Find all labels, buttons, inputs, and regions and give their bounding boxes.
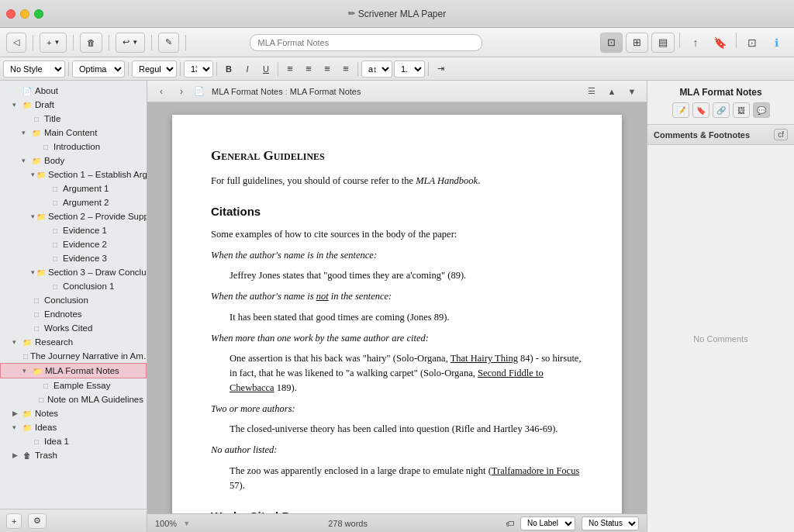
sidebar-item-evidence2[interactable]: □ Evidence 2 xyxy=(0,237,147,251)
undo-button[interactable]: ↩ ▼ xyxy=(116,33,145,53)
status-select[interactable]: No Status xyxy=(582,516,639,530)
sidebar-item-main-content[interactable]: ▾ 📁 Main Content xyxy=(0,126,147,140)
sidebar-add-button[interactable]: + xyxy=(6,513,22,529)
sidebar-item-idea1[interactable]: □ Idea 1 xyxy=(0,434,147,448)
doc-right-buttons: ☰ ▲ ▼ xyxy=(583,84,640,99)
fmt-sep-6 xyxy=(357,62,358,76)
edit-button[interactable]: ✎ xyxy=(158,33,179,53)
bookmark-button[interactable]: 🔖 xyxy=(709,33,731,53)
sidebar-item-section1[interactable]: ▾ 📁 Section 1 – Establish Argu… xyxy=(0,168,147,181)
sidebar-settings-button[interactable]: ⚙ xyxy=(28,513,47,529)
inspector-tab-bookmark[interactable]: 🔖 xyxy=(692,102,709,118)
inspector-content: No Comments xyxy=(647,145,794,532)
align-right-button[interactable]: ≡ xyxy=(319,60,336,78)
sidebar-item-evidence3[interactable]: □ Evidence 3 xyxy=(0,251,147,265)
inspector-tab-comment[interactable]: 💬 xyxy=(753,102,770,118)
sidebar-item-argument2[interactable]: □ Argument 2 xyxy=(0,195,147,209)
sidebar-item-section2[interactable]: ▾ 📁 Section 2 – Provide Suppo… xyxy=(0,209,147,223)
toolbar-right: ⊡ ⊞ ▤ ↑ 🔖 ⊡ ℹ xyxy=(600,33,788,53)
editor-page[interactable]: General Guidelines For full guidelines, … xyxy=(172,115,622,513)
minimize-button[interactable] xyxy=(20,9,29,19)
breadcrumb: MLA Format Notes : MLA Format Notes xyxy=(212,87,578,96)
underline-button[interactable]: U xyxy=(257,60,274,78)
sidebar-item-introduction[interactable]: □ Introduction xyxy=(0,140,147,154)
sidebar-footer: + ⚙ xyxy=(0,509,147,532)
spacing-value-select[interactable]: 1.2 xyxy=(394,60,425,78)
folder-icon-ideas: 📁 xyxy=(22,422,33,433)
doc-up-button[interactable]: ▲ xyxy=(603,84,620,99)
status-bar: 100% ▼ 278 words 🏷 No Label No Status xyxy=(147,513,647,532)
inspector-tab-photo[interactable]: 🖼 xyxy=(733,102,750,118)
traffic-lights xyxy=(6,9,43,19)
sidebar-item-mla-format-notes[interactable]: ▾ 📁 MLA Format Notes xyxy=(0,363,147,378)
back-button[interactable]: ◁ xyxy=(6,33,26,53)
sidebar-item-about[interactable]: 📄 About xyxy=(0,84,147,98)
sidebar-item-endnotes[interactable]: □ Endnotes xyxy=(0,307,147,321)
folder-icon-main: 📁 xyxy=(31,127,42,138)
inspector-tab-notes[interactable]: 📝 xyxy=(672,102,689,118)
italic-button[interactable]: I xyxy=(239,60,256,78)
expand-mla: ▾ xyxy=(22,367,30,375)
sidebar-item-evidence1[interactable]: □ Evidence 1 xyxy=(0,223,147,237)
info-button[interactable]: ℹ xyxy=(766,33,788,53)
sidebar-item-title[interactable]: □ Title xyxy=(0,112,147,126)
add-button[interactable]: + ▼ xyxy=(40,33,67,53)
sidebar-item-argument1[interactable]: □ Argument 1 xyxy=(0,181,147,195)
size-select[interactable]: 13 xyxy=(184,60,213,78)
label-select[interactable]: No Label xyxy=(520,516,575,530)
sidebar-item-trash[interactable]: ▶ 🗑 Trash xyxy=(0,448,147,462)
outline-view-button[interactable]: ▤ xyxy=(651,33,675,53)
sidebar-item-notes[interactable]: ▶ 📁 Notes xyxy=(0,406,147,420)
page-icon-ee: □ xyxy=(40,380,51,391)
cf-btn[interactable]: cf xyxy=(774,129,788,140)
doc-forward-button[interactable]: › xyxy=(174,84,189,99)
sidebar-item-ideas[interactable]: ▾ 📁 Ideas xyxy=(0,420,147,434)
single-view-button[interactable]: ⊡ xyxy=(600,33,623,53)
indent-button[interactable]: ⇥ xyxy=(432,60,449,78)
sidebar-item-body[interactable]: ▾ 📁 Body xyxy=(0,154,147,168)
folder-icon-notes: 📁 xyxy=(22,408,33,419)
sidebar-item-draft[interactable]: ▾ 📁 Draft xyxy=(0,98,147,112)
toolbar-sep-7 xyxy=(736,33,737,48)
folder-icon-s2: 📁 xyxy=(36,211,46,222)
titlebar: ✏ Scrivener MLA Paper xyxy=(0,0,794,28)
citations-intro: Some examples of how to cite sources in … xyxy=(211,227,583,242)
align-left-button[interactable]: ≡ xyxy=(281,60,299,78)
sidebar-item-journey[interactable]: □ The Journey Narrative in Am… xyxy=(0,349,147,363)
inspector-tab-link[interactable]: 🔗 xyxy=(713,102,730,118)
delete-button[interactable]: 🗑 xyxy=(80,33,102,53)
cork-view-button[interactable]: ⊞ xyxy=(626,33,648,53)
maximize-button[interactable] xyxy=(34,9,43,19)
font-select[interactable]: Optima xyxy=(72,60,125,78)
sidebar-item-note-mla[interactable]: □ Note on MLA Guidelines xyxy=(0,392,147,406)
doc-back-button[interactable]: ‹ xyxy=(154,84,169,99)
page-icon-nm: □ xyxy=(38,394,45,405)
sidebar-item-research[interactable]: ▾ 📁 Research xyxy=(0,335,147,349)
expand-section1: ▾ xyxy=(31,171,35,178)
sidebar-item-conclusion[interactable]: □ Conclusion xyxy=(0,293,147,307)
toolbar-sep-6 xyxy=(679,33,680,48)
snap-button[interactable]: ⊡ xyxy=(741,33,763,53)
style-select[interactable]: No Style xyxy=(3,60,65,78)
search-input[interactable] xyxy=(250,34,482,51)
align-center-button[interactable]: ≡ xyxy=(300,60,317,78)
justify-button[interactable]: ≡ xyxy=(337,60,354,78)
doc-settings-button[interactable]: ☰ xyxy=(583,84,600,99)
line-spacing-select[interactable]: a↕ xyxy=(361,60,392,78)
fmt-sep-5 xyxy=(278,62,278,76)
window-title: ✏ Scrivener MLA Paper xyxy=(348,9,446,19)
sidebar-item-example-essay[interactable]: □ Eample Essay xyxy=(0,378,147,392)
zoom-arrow: ▼ xyxy=(183,520,190,527)
sidebar-item-works-cited[interactable]: □ Works Cited xyxy=(0,321,147,335)
sidebar-item-conclusion1[interactable]: □ Conclusion 1 xyxy=(0,279,147,293)
sidebar-item-section3[interactable]: ▾ 📁 Section 3 – Draw Conclusi… xyxy=(0,265,147,279)
inspector-tabs: 📝 🔖 🔗 🖼 💬 xyxy=(654,102,788,118)
bold-button[interactable]: B xyxy=(220,60,237,78)
close-button[interactable] xyxy=(6,9,16,19)
weight-select[interactable]: Regular xyxy=(132,60,177,78)
export-button[interactable]: ↑ xyxy=(685,33,706,53)
page-icon-journey: □ xyxy=(23,351,28,361)
page-icon-a1: □ xyxy=(50,183,60,194)
doc-down-button[interactable]: ▼ xyxy=(623,84,640,99)
main-layout: 📄 About ▾ 📁 Draft □ Title ▾ 📁 Main Conte… xyxy=(0,81,794,532)
